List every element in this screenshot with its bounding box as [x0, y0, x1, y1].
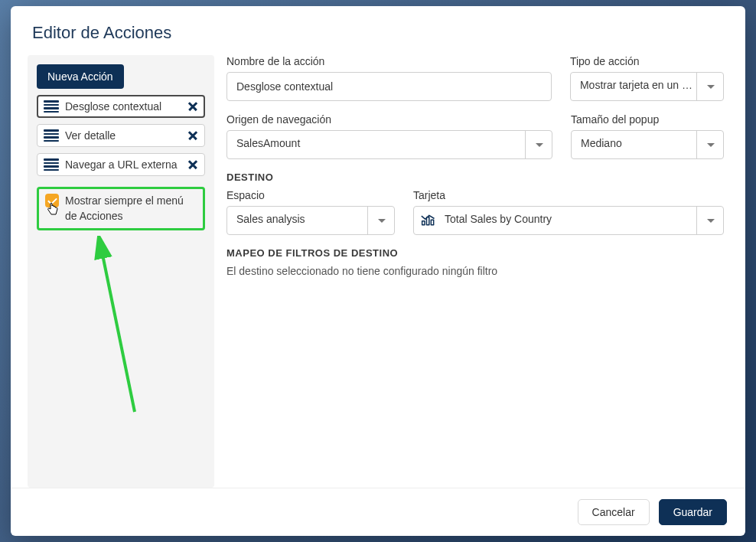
chevron-down-icon [696, 72, 724, 101]
hamburger-icon [44, 158, 59, 171]
action-type-label: Tipo de acción [570, 55, 724, 67]
action-editor-modal: Editor de Acciones Nueva Acción Desglose… [11, 6, 745, 536]
chevron-down-icon [696, 130, 724, 159]
action-item-label: Ver detalle [65, 129, 181, 142]
card-select[interactable]: Total Sales by Country [413, 206, 724, 235]
action-name-input[interactable] [226, 72, 552, 101]
action-item-ver-detalle[interactable]: Ver detalle [37, 124, 205, 147]
close-icon[interactable] [187, 130, 198, 141]
nav-origin-select[interactable]: SalesAmount [226, 130, 552, 159]
checkbox-label: Mostrar siempre el menú de Acciones [65, 194, 197, 224]
action-name-label: Nombre de la acción [226, 55, 552, 67]
cancel-button[interactable]: Cancelar [578, 499, 650, 525]
action-item-label: Navegar a URL externa [65, 158, 181, 171]
new-action-button[interactable]: Nueva Acción [37, 64, 124, 89]
chart-icon [421, 214, 436, 227]
action-item-desglose[interactable]: Desglose contextual [37, 95, 205, 118]
space-label: Espacio [226, 189, 395, 201]
popup-size-label: Tamaño del popup [571, 113, 724, 126]
space-select[interactable]: Sales analysis [226, 206, 395, 235]
card-value: Total Sales by Country [413, 206, 724, 235]
action-item-label: Desglose contextual [65, 100, 181, 113]
save-button[interactable]: Guardar [659, 499, 727, 525]
chevron-down-icon [367, 206, 395, 235]
close-icon[interactable] [187, 159, 198, 170]
nav-origin-value: SalesAmount [226, 130, 552, 159]
hamburger-icon [44, 129, 59, 142]
action-item-navegar-url[interactable]: Navegar a URL externa [37, 153, 205, 176]
destination-heading: DESTINO [226, 171, 724, 183]
card-label: Tarjeta [413, 189, 724, 201]
form-panel: Nombre de la acción Tipo de acción Mostr… [226, 55, 736, 488]
nav-origin-label: Origen de navegación [226, 113, 552, 126]
modal-footer: Cancelar Guardar [11, 488, 745, 536]
action-type-select[interactable]: Mostrar tarjeta en un … [570, 72, 724, 101]
modal-title: Editor de Acciones [11, 6, 745, 55]
close-icon[interactable] [187, 101, 198, 112]
actions-sidebar: Nueva Acción Desglose contextual Ver det… [28, 55, 214, 488]
filter-mapping-heading: MAPEO DE FILTROS DE DESTINO [226, 247, 724, 259]
always-show-menu-checkbox-container[interactable]: Mostrar siempre el menú de Acciones [37, 187, 205, 230]
checkbox-checked-icon[interactable] [45, 194, 59, 207]
hamburger-icon [44, 100, 59, 113]
filter-mapping-info: El destino seleccionado no tiene configu… [226, 265, 724, 277]
chevron-down-icon [525, 130, 552, 159]
chevron-down-icon [696, 206, 724, 235]
modal-body: Nueva Acción Desglose contextual Ver det… [11, 55, 745, 488]
popup-size-select[interactable]: Mediano [571, 130, 724, 159]
